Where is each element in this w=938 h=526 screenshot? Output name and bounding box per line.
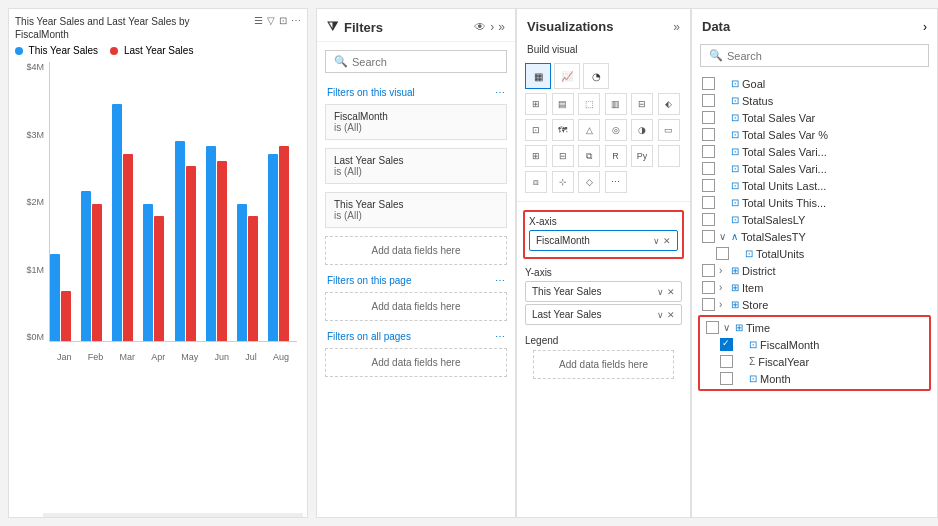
tree-item[interactable]: ⊡Status xyxy=(698,92,931,109)
tree-checkbox[interactable] xyxy=(702,230,715,243)
this-year-bar[interactable] xyxy=(112,104,122,342)
line-chart-icon[interactable]: 📈 xyxy=(554,63,580,89)
eye-icon[interactable]: 👁 xyxy=(474,20,486,34)
bar-chart-icon[interactable]: ▦ xyxy=(525,63,551,89)
tree-checkbox[interactable] xyxy=(702,94,715,107)
more-visuals-icon[interactable]: ⋯ xyxy=(605,171,627,193)
chart-scrollbar[interactable] xyxy=(43,513,303,517)
tree-item[interactable]: ⊡TotalSalesLY xyxy=(698,211,931,228)
tree-item[interactable]: ›⊞District xyxy=(698,262,931,279)
tree-item[interactable]: ∨⊞Time xyxy=(702,319,927,336)
tree-expander-icon[interactable]: › xyxy=(719,299,729,310)
this-year-bar[interactable] xyxy=(175,141,185,341)
waterfall-icon[interactable]: ⊟ xyxy=(631,93,653,115)
tree-checkbox[interactable] xyxy=(702,145,715,158)
card-icon[interactable]: ▭ xyxy=(658,119,680,141)
tree-item[interactable]: ⊡TotalUnits xyxy=(698,245,931,262)
tree-item[interactable]: ⊡Total Units This... xyxy=(698,194,931,211)
tree-item[interactable]: ⊡Total Units Last... xyxy=(698,177,931,194)
tree-checkbox[interactable] xyxy=(706,321,719,334)
more-dots-icon[interactable]: ⋯ xyxy=(495,87,505,98)
tree-checkbox[interactable] xyxy=(720,372,733,385)
last-year-bar[interactable] xyxy=(248,216,258,341)
add-data-page-btn[interactable]: Add data fields here xyxy=(325,292,507,321)
tree-item[interactable]: ›⊞Store xyxy=(698,296,931,313)
tree-item[interactable]: ⊡Total Sales Var xyxy=(698,109,931,126)
add-data-visual-btn[interactable]: Add data fields here xyxy=(325,236,507,265)
scatter-icon[interactable]: ⊡ xyxy=(525,119,547,141)
tree-item[interactable]: ⊡Total Sales Vari... xyxy=(698,160,931,177)
donut-icon[interactable]: ◎ xyxy=(605,119,627,141)
tree-item[interactable]: ∨∧TotalSalesTY xyxy=(698,228,931,245)
tree-checkbox[interactable] xyxy=(702,179,715,192)
this-year-bar[interactable] xyxy=(268,154,278,342)
x-axis-field-row[interactable]: FiscalMonth ∨ ✕ xyxy=(529,230,678,251)
this-year-bar[interactable] xyxy=(50,254,60,342)
last-year-bar[interactable] xyxy=(92,204,102,342)
x-close-y2-icon[interactable]: ✕ xyxy=(667,310,675,320)
tree-checkbox[interactable] xyxy=(720,355,733,368)
last-year-bar[interactable] xyxy=(61,291,71,341)
table-icon[interactable]: ⊟ xyxy=(552,145,574,167)
expand-icon[interactable]: ⊡ xyxy=(279,15,287,26)
tree-checkbox[interactable] xyxy=(702,111,715,124)
tree-item[interactable]: ΣFiscalYear xyxy=(702,353,927,370)
tree-item[interactable]: ›⊞Item xyxy=(698,279,931,296)
tree-checkbox[interactable] xyxy=(720,338,733,351)
chevron-down-y2-icon[interactable]: ∨ xyxy=(657,310,664,320)
chevron-right-viz-icon[interactable]: » xyxy=(673,20,680,34)
tree-checkbox[interactable] xyxy=(702,162,715,175)
this-year-bar[interactable] xyxy=(81,191,91,341)
chevron-down-icon[interactable]: ∨ xyxy=(653,236,660,246)
filter-card-lastyearsales[interactable]: Last Year Sales is (All) xyxy=(325,148,507,184)
more-dots-page-icon[interactable]: ⋯ xyxy=(495,275,505,286)
chevron-right-icon[interactable]: › xyxy=(490,20,494,34)
last-year-bar[interactable] xyxy=(186,166,196,341)
tree-checkbox[interactable] xyxy=(702,281,715,294)
matrix-icon[interactable]: ⊞ xyxy=(525,145,547,167)
data-search-input[interactable] xyxy=(727,50,920,62)
stacked-bar-icon[interactable]: ⊞ xyxy=(525,93,547,115)
x-close-icon[interactable]: ✕ xyxy=(663,236,671,246)
tree-checkbox[interactable] xyxy=(702,298,715,311)
pie-chart-icon[interactable]: ◔ xyxy=(583,63,609,89)
filter-card-thisyearsales[interactable]: This Year Sales is (All) xyxy=(325,192,507,228)
filter-card-fiscalmonth[interactable]: FiscalMonth is (All) xyxy=(325,104,507,140)
tree-checkbox[interactable] xyxy=(702,264,715,277)
gauge-icon[interactable]: ◑ xyxy=(631,119,653,141)
column-chart-icon[interactable]: ▤ xyxy=(552,93,574,115)
tree-checkbox[interactable] xyxy=(716,247,729,260)
filter-icon[interactable]: ▽ xyxy=(267,15,275,26)
tree-item[interactable]: ⊡Total Sales Var % xyxy=(698,126,931,143)
python-icon[interactable]: Py xyxy=(631,145,653,167)
hamburger-icon[interactable]: ☰ xyxy=(254,15,263,26)
y-axis-field-row-2[interactable]: Last Year Sales ∨ ✕ xyxy=(525,304,682,325)
tree-item[interactable]: ⊡FiscalMonth xyxy=(702,336,927,353)
more-dots-all-icon[interactable]: ⋯ xyxy=(495,331,505,342)
y-axis-field-row-1[interactable]: This Year Sales ∨ ✕ xyxy=(525,281,682,302)
tree-expander-icon[interactable]: ∨ xyxy=(723,322,733,333)
ribbon-chart-icon[interactable]: ▥ xyxy=(605,93,627,115)
this-year-bar[interactable] xyxy=(143,204,153,342)
data-search-box[interactable]: 🔍 xyxy=(700,44,929,67)
tree-expander-icon[interactable]: › xyxy=(719,282,729,293)
tree-item[interactable]: ⊡Goal xyxy=(698,75,931,92)
add-data-allpages-btn[interactable]: Add data fields here xyxy=(325,348,507,377)
qna-icon[interactable]: ◇ xyxy=(578,171,600,193)
this-year-bar[interactable] xyxy=(206,146,216,341)
kpi-icon[interactable]: R xyxy=(605,145,627,167)
r-icon[interactable] xyxy=(658,145,680,167)
x-close-y1-icon[interactable]: ✕ xyxy=(667,287,675,297)
map-icon[interactable]: 🗺 xyxy=(552,119,574,141)
tree-checkbox[interactable] xyxy=(702,196,715,209)
more-icon[interactable]: ⋯ xyxy=(291,15,301,26)
ai-icon[interactable]: ⊹ xyxy=(552,171,574,193)
tree-item[interactable]: ⊡Month xyxy=(702,370,927,387)
slicer-icon[interactable]: ⧉ xyxy=(578,145,600,167)
area-chart-icon[interactable]: ⬚ xyxy=(578,93,600,115)
last-year-bar[interactable] xyxy=(154,216,164,341)
this-year-bar[interactable] xyxy=(237,204,247,342)
double-chevron-icon[interactable]: » xyxy=(498,20,505,34)
decomp-icon[interactable]: ⧈ xyxy=(525,171,547,193)
tree-checkbox[interactable] xyxy=(702,77,715,90)
